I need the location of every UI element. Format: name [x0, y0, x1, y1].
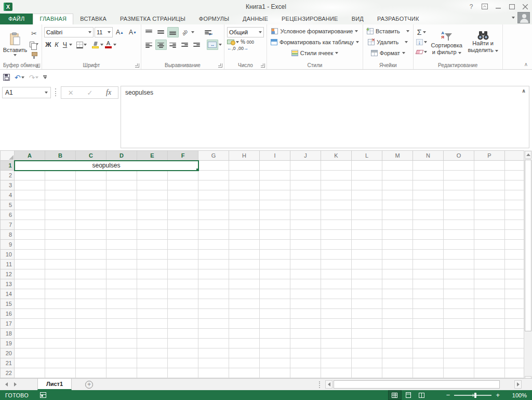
cell-P11[interactable] — [474, 260, 505, 269]
cell-O2[interactable] — [444, 171, 474, 180]
cell-L18[interactable] — [352, 329, 382, 339]
cell-C20[interactable] — [76, 349, 107, 358]
maximize-button[interactable] — [505, 1, 518, 12]
cell-G8[interactable] — [198, 230, 229, 240]
cell-L5[interactable] — [352, 200, 382, 210]
ribbon-display-options-button[interactable] — [478, 1, 491, 12]
cell-M7[interactable] — [382, 220, 413, 230]
minimize-button[interactable] — [491, 1, 505, 12]
horizontal-scrollbar-thumb[interactable] — [334, 380, 500, 389]
decrease-indent-button[interactable] — [179, 40, 191, 50]
cell-O14[interactable] — [444, 289, 474, 299]
cell-J17[interactable] — [290, 319, 321, 329]
tab-developer[interactable]: РАЗРАБОТЧИК — [370, 14, 426, 24]
cell-K4[interactable] — [321, 190, 352, 200]
cell-K8[interactable] — [321, 230, 352, 240]
cell-J21[interactable] — [290, 358, 321, 368]
row-header-1[interactable]: 1 — [1, 161, 15, 171]
paste-dropdown-icon[interactable] — [14, 54, 17, 56]
cell-partial-1[interactable] — [505, 161, 524, 171]
cell-H9[interactable] — [229, 240, 260, 250]
cell-F9[interactable] — [168, 240, 198, 250]
cell-partial-4[interactable] — [505, 190, 524, 200]
cell-O12[interactable] — [444, 269, 474, 279]
cell-E11[interactable] — [137, 260, 168, 269]
cell-C22[interactable] — [76, 368, 107, 378]
cell-P5[interactable] — [474, 200, 505, 210]
cell-D16[interactable] — [107, 309, 137, 319]
cell-L11[interactable] — [352, 260, 382, 269]
customize-qat-button[interactable] — [43, 75, 47, 79]
cell-J16[interactable] — [290, 309, 321, 319]
cell-O22[interactable] — [444, 368, 474, 378]
cell-C8[interactable] — [76, 230, 107, 240]
column-header-M[interactable]: M — [382, 151, 413, 161]
cell-D22[interactable] — [107, 368, 137, 378]
cell-G12[interactable] — [198, 269, 229, 279]
cell-N15[interactable] — [413, 299, 444, 309]
cell-M4[interactable] — [382, 190, 413, 200]
undo-button[interactable]: ↶ — [15, 73, 24, 82]
autosum-button[interactable]: Σ — [416, 28, 428, 36]
cell-O21[interactable] — [444, 358, 474, 368]
cell-K10[interactable] — [321, 250, 352, 260]
cell-D18[interactable] — [107, 329, 137, 339]
cell-B3[interactable] — [45, 180, 76, 190]
cell-partial-14[interactable] — [505, 289, 524, 299]
italic-button[interactable]: К — [52, 41, 61, 49]
accounting-dropdown-icon[interactable] — [236, 41, 239, 43]
cell-B19[interactable] — [45, 339, 76, 349]
column-header-K[interactable]: K — [321, 151, 352, 161]
cell-C10[interactable] — [76, 250, 107, 260]
zoom-level[interactable]: 100% — [504, 392, 527, 398]
cell-F22[interactable] — [168, 368, 198, 378]
tab-review[interactable]: РЕЦЕНЗИРОВАНИЕ — [275, 14, 345, 24]
cell-F12[interactable] — [168, 269, 198, 279]
merge-center-dropdown-icon[interactable] — [219, 44, 222, 46]
vertical-scrollbar-thumb[interactable] — [525, 160, 531, 331]
cell-A4[interactable] — [15, 190, 45, 200]
cell-L6[interactable] — [352, 210, 382, 220]
cell-E2[interactable] — [137, 171, 168, 180]
cell-N11[interactable] — [413, 260, 444, 269]
cell-partial-22[interactable] — [505, 368, 524, 378]
cell-L9[interactable] — [352, 240, 382, 250]
zoom-slider[interactable] — [454, 395, 491, 396]
cell-N9[interactable] — [413, 240, 444, 250]
add-sheet-button[interactable]: + — [85, 381, 93, 389]
cell-A8[interactable] — [15, 230, 45, 240]
clear-button[interactable] — [416, 47, 428, 56]
cell-J12[interactable] — [290, 269, 321, 279]
cell-K5[interactable] — [321, 200, 352, 210]
cell-M9[interactable] — [382, 240, 413, 250]
middle-align-button[interactable] — [155, 27, 167, 37]
cell-K17[interactable] — [321, 319, 352, 329]
align-left-button[interactable] — [143, 40, 155, 50]
increase-indent-button[interactable] — [191, 40, 203, 50]
cell-M12[interactable] — [382, 269, 413, 279]
cell-D5[interactable] — [107, 200, 137, 210]
cell-G13[interactable] — [198, 279, 229, 289]
cell-E6[interactable] — [137, 210, 168, 220]
cell-B4[interactable] — [45, 190, 76, 200]
cell-P3[interactable] — [474, 180, 505, 190]
cell-G9[interactable] — [198, 240, 229, 250]
cell-E8[interactable] — [137, 230, 168, 240]
column-header-G[interactable]: G — [198, 151, 229, 161]
cell-M1[interactable] — [382, 161, 413, 171]
cell-B16[interactable] — [45, 309, 76, 319]
cell-G17[interactable] — [198, 319, 229, 329]
cell-H14[interactable] — [229, 289, 260, 299]
cell-L8[interactable] — [352, 230, 382, 240]
cell-H13[interactable] — [229, 279, 260, 289]
page-break-view-button[interactable] — [415, 390, 429, 400]
zoom-in-button[interactable]: + — [491, 392, 504, 398]
cell-partial-21[interactable] — [505, 358, 524, 368]
cell-J14[interactable] — [290, 289, 321, 299]
grow-font-button[interactable]: A▲ — [114, 28, 126, 36]
cell-M6[interactable] — [382, 210, 413, 220]
collapse-formula-bar-icon[interactable]: ∧ — [522, 88, 526, 94]
font-color-button[interactable]: А — [103, 40, 113, 49]
cell-K9[interactable] — [321, 240, 352, 250]
cell-L2[interactable] — [352, 171, 382, 180]
